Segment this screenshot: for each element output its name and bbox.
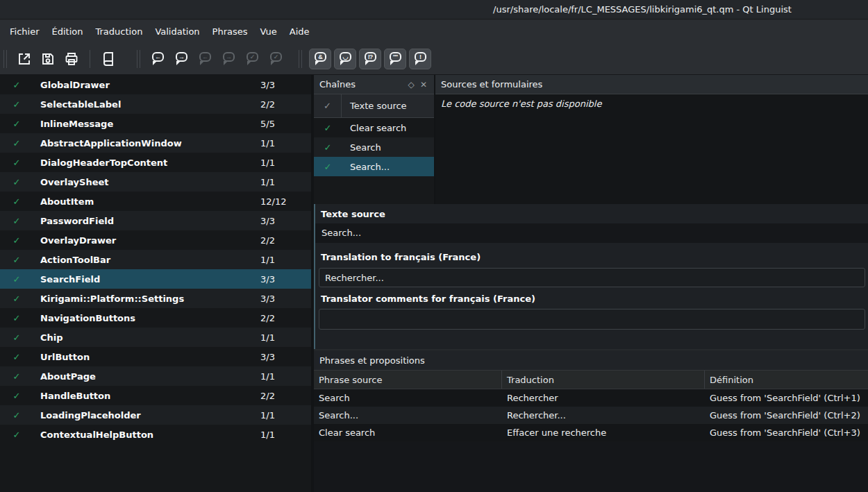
toolbar-handle[interactable]	[3, 50, 7, 68]
table-row[interactable]: ✓SelectableLabel2/2	[0, 94, 311, 114]
phrase-row[interactable]: Search... Rechercher... Guess from 'Sear…	[314, 407, 868, 424]
ending-punctuation-icon: !?	[365, 52, 376, 62]
header-definition[interactable]: Définition	[705, 371, 868, 389]
menu-edition[interactable]: Édition	[46, 23, 90, 40]
translation-input[interactable]	[319, 268, 865, 287]
done-check-icon: ✓	[0, 235, 33, 246]
table-row[interactable]: ✓OverlaySheet1/1	[0, 172, 311, 192]
context-name: PasswordField	[33, 216, 253, 226]
string-text: Search	[342, 142, 434, 153]
table-row[interactable]: ✓LoadingPlaceholder1/1	[0, 405, 311, 425]
place-markers-icon: !	[415, 52, 426, 62]
prev-unfinished-button[interactable]: ←	[194, 48, 216, 70]
table-row[interactable]: ✓OverlayDrawer2/2	[0, 230, 311, 250]
table-row[interactable]: ✓PasswordField3/3	[0, 211, 311, 230]
table-row[interactable]: ✓AbstractApplicationWindow1/1	[0, 133, 311, 153]
table-row[interactable]: ✓AboutPage1/1	[0, 366, 311, 386]
done-check-icon: ✓	[0, 255, 33, 265]
header-traduction[interactable]: Traduction	[502, 371, 705, 389]
phrase-translation: Rechercher	[502, 393, 705, 403]
table-row-selected[interactable]: ✓SearchField3/3	[0, 269, 311, 289]
menu-aide[interactable]: Aide	[283, 23, 316, 40]
toggle-punctuation-button[interactable]: !?	[359, 49, 381, 69]
table-row[interactable]: ✓HandleButton2/2	[0, 386, 311, 405]
source-text-value: Search...	[315, 223, 868, 243]
toggle-accelerators-button[interactable]: &	[309, 49, 331, 69]
next-button[interactable]: →	[170, 48, 192, 70]
sources-panel-titlebar: Sources et formulaires	[435, 75, 868, 94]
comments-input[interactable]	[319, 309, 865, 330]
context-name: InlineMessage	[33, 119, 253, 129]
context-count: 1/1	[253, 177, 311, 187]
menu-traduction[interactable]: Traduction	[89, 23, 149, 40]
menu-fichier[interactable]: Fichier	[3, 23, 46, 40]
table-row[interactable]: ✓GlobalDrawer3/3	[0, 75, 311, 94]
context-name: ActionToolBar	[33, 255, 253, 265]
toggle-place-markers-button[interactable]: !	[409, 49, 431, 69]
menu-vue[interactable]: Vue	[254, 23, 283, 40]
table-row[interactable]: ✓DialogHeaderTopContent1/1	[0, 153, 311, 172]
phrase-source: Search...	[314, 410, 502, 421]
next-unfinished-icon: →	[223, 52, 235, 62]
context-name: SelectableLabel	[33, 99, 253, 110]
table-row[interactable]: ✓ActionToolBar1/1	[0, 250, 311, 269]
context-count: 1/1	[253, 158, 311, 168]
string-row[interactable]: ✓Search	[314, 137, 434, 157]
done-check-icon: ✓	[0, 138, 33, 149]
strings-panel-title: Chaînes	[319, 79, 405, 90]
context-count: 3/3	[253, 352, 311, 362]
phrase-row[interactable]: Search Rechercher Guess from 'SearchFiel…	[314, 389, 868, 407]
context-count: 3/3	[253, 274, 311, 285]
phrase-translation: Rechercher...	[502, 410, 705, 421]
translation-editor: Texte source Search... Translation to fr…	[314, 204, 868, 349]
print-icon	[63, 51, 80, 67]
string-row-selected[interactable]: ✓Search...	[314, 157, 434, 176]
menu-validation[interactable]: Validation	[149, 23, 206, 40]
context-count: 2/2	[253, 391, 311, 401]
context-count: 3/3	[253, 80, 311, 90]
string-row[interactable]: ✓Clear search	[314, 118, 434, 137]
header-phrase-source[interactable]: Phrase source	[314, 371, 502, 389]
phrase-row[interactable]: Clear search Effacer une recherche Guess…	[314, 424, 868, 441]
context-name: HandleButton	[33, 391, 253, 401]
toggle-phrase-matches-button[interactable]: ""	[384, 49, 406, 69]
toolbar-handle[interactable]	[137, 50, 140, 68]
toggle-whitespace-button[interactable]: ◡	[334, 49, 356, 69]
header-texte-source[interactable]: Texte source	[342, 94, 434, 117]
save-icon	[40, 51, 56, 67]
save-button[interactable]	[37, 48, 59, 70]
translation-label: Translation to français (France)	[321, 252, 481, 262]
table-row[interactable]: ✓ContextualHelpButton1/1	[0, 425, 311, 444]
toolbar-handle[interactable]	[299, 50, 302, 68]
source-unavailable-message: Le code source n'est pas disponible	[441, 99, 601, 109]
print-button[interactable]	[60, 48, 83, 70]
next-icon: →	[176, 52, 187, 62]
table-row[interactable]: ✓InlineMessage5/5	[0, 114, 311, 133]
phrase-source: Search	[314, 393, 502, 403]
done-button[interactable]: ✓	[241, 48, 263, 70]
strings-table-header: ✓ Texte source	[314, 94, 434, 118]
open-file-icon	[16, 51, 33, 67]
next-unfinished-button[interactable]: →	[217, 48, 240, 70]
context-name: GlobalDrawer	[33, 80, 253, 90]
table-row[interactable]: ✓Chip1/1	[0, 328, 311, 347]
context-count: 3/3	[253, 294, 311, 304]
context-name: Chip	[33, 332, 253, 343]
table-row[interactable]: ✓NavigationButtons2/2	[0, 308, 311, 328]
phrasebook-button[interactable]	[97, 48, 119, 70]
float-icon[interactable]: ◇	[405, 80, 417, 90]
done-check-icon: ✓	[0, 80, 33, 90]
context-name: UrlButton	[33, 352, 253, 362]
context-table: ✓GlobalDrawer3/3 ✓SelectableLabel2/2 ✓In…	[0, 75, 311, 492]
done-and-next-button[interactable]: ✓	[265, 48, 287, 70]
header-check-icon[interactable]: ✓	[314, 94, 342, 117]
close-icon[interactable]: ✕	[417, 80, 430, 90]
prev-button[interactable]: ←	[147, 48, 169, 70]
table-row[interactable]: ✓Kirigami::Platform::Settings3/3	[0, 289, 311, 308]
table-row[interactable]: ✓AboutItem12/12	[0, 192, 311, 211]
table-row[interactable]: ✓UrlButton3/3	[0, 347, 311, 366]
menu-phrases[interactable]: Phrases	[206, 23, 254, 40]
open-button[interactable]	[13, 48, 35, 70]
done-check-icon: ✓	[0, 391, 33, 401]
titlebar[interactable]: /usr/share/locale/fr/LC_MESSAGES/libkiri…	[0, 0, 868, 19]
